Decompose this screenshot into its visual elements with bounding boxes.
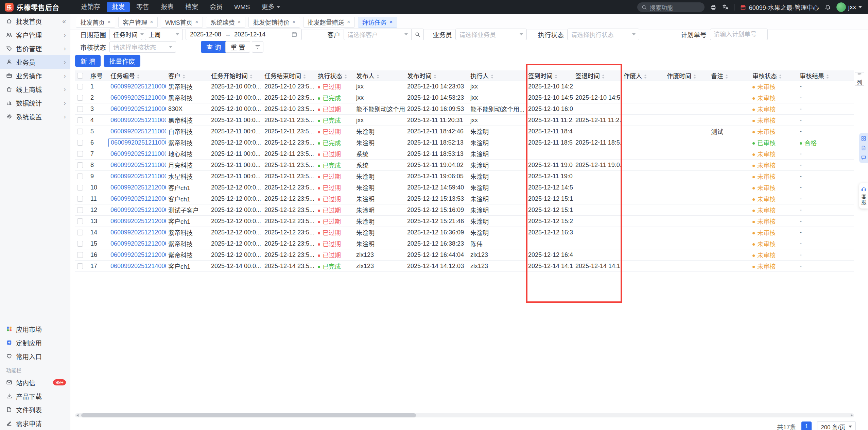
sidebar-function-需求申请[interactable]: 需求申请 [0, 416, 70, 430]
customer-select[interactable]: 请选择客户 [344, 29, 412, 40]
sidebar-item-批发首页[interactable]: 批发首页« [0, 14, 70, 28]
sort-icon[interactable] [303, 75, 306, 79]
row-checkbox[interactable] [77, 241, 83, 247]
task-number-link[interactable]: 06009920251211000... [108, 138, 166, 147]
user-menu[interactable]: jxx [836, 2, 862, 12]
topbar-menu-item[interactable]: 进销存 [76, 2, 105, 12]
close-icon[interactable]: × [107, 19, 111, 25]
row-checkbox[interactable] [77, 140, 83, 146]
row-checkbox[interactable] [77, 173, 83, 179]
topbar-menu-item[interactable]: 零售 [131, 2, 154, 12]
customer-search-button[interactable] [412, 29, 424, 40]
store-selector[interactable]: 60099-水果之最-管理中心 [740, 3, 819, 12]
row-checkbox[interactable] [77, 84, 83, 89]
close-icon[interactable]: × [347, 19, 350, 25]
task-number-link[interactable]: 06009920251212000... [110, 195, 166, 202]
task-number-link[interactable]: 06009920251211000... [110, 117, 166, 123]
task-number-link[interactable]: 06009920251211000... [110, 150, 166, 157]
column-header-签到时间[interactable]: 签到时间 [526, 70, 573, 81]
row-checkbox[interactable] [77, 230, 83, 235]
sort-icon[interactable] [250, 75, 253, 79]
sort-icon[interactable] [137, 75, 140, 79]
sidebar-function-站内信[interactable]: 站内信99+ [0, 376, 70, 389]
select-all-checkbox[interactable] [77, 73, 83, 79]
bell-icon[interactable] [824, 4, 831, 11]
column-header-签退时间[interactable]: 签退时间 [573, 70, 622, 81]
task-number-link[interactable]: 06009920251212000... [110, 251, 166, 258]
column-header-审核状态[interactable]: 审核状态 [750, 70, 798, 81]
column-header-执行状态[interactable]: 执行状态 [316, 70, 354, 81]
row-checkbox[interactable] [77, 162, 83, 168]
tab-批发超量赠送[interactable]: 批发超量赠送× [303, 17, 355, 28]
tab-拜访任务[interactable]: 拜访任务× [358, 17, 397, 28]
column-header-客户[interactable]: 客户 [166, 70, 209, 81]
sidebar-item-业务员[interactable]: 业务员› [0, 55, 70, 69]
column-header-作废时间[interactable]: 作废时间 [665, 70, 709, 81]
task-number-link[interactable]: 06009920251210000... [110, 83, 166, 90]
quick-panel[interactable] [859, 133, 868, 163]
row-checkbox[interactable] [77, 151, 83, 157]
sort-icon[interactable] [644, 75, 647, 79]
sidebar-tool-定制应用[interactable]: 定制应用 [0, 336, 70, 349]
translate-icon[interactable] [722, 4, 729, 11]
sidebar-tool-常用入口[interactable]: 常用入口 [0, 349, 70, 363]
sidebar-function-文件列表[interactable]: 文件列表 [0, 403, 70, 416]
row-checkbox[interactable] [77, 185, 83, 191]
audit-status-select[interactable]: 请选择审核状态 [109, 41, 176, 53]
chat-icon[interactable] [861, 155, 866, 160]
sidebar-item-数据统计[interactable]: 数据统计› [0, 96, 70, 110]
task-number-link[interactable]: 06009920251212000... [110, 218, 166, 225]
row-checkbox[interactable] [77, 117, 83, 123]
doc-icon[interactable] [861, 145, 866, 151]
sidebar-function-产品下载[interactable]: 产品下载 [0, 389, 70, 403]
header-select-all[interactable] [75, 70, 88, 81]
column-header-执行人[interactable]: 执行人 [468, 70, 526, 81]
task-number-link[interactable]: 06009920251214000... [110, 263, 166, 269]
topbar-menu-item[interactable]: WMS [229, 2, 255, 12]
scroll-left-arrow-icon[interactable] [76, 414, 79, 417]
task-number-link[interactable]: 06009920251212000... [110, 206, 166, 213]
sort-icon[interactable] [183, 75, 185, 79]
sidebar-item-线上商城[interactable]: 线上商城› [0, 82, 70, 96]
page-size-select[interactable]: 200 条/页 [817, 421, 856, 430]
scrollbar-thumb[interactable] [81, 413, 416, 417]
topbar-menu-item[interactable]: 更多 [257, 2, 285, 12]
salesman-select[interactable]: 请选择业务员 [455, 29, 527, 40]
sidebar-tool-应用市场[interactable]: 应用市场 [0, 322, 70, 336]
date-type-select[interactable]: 任务时间 [109, 29, 142, 40]
sidebar-item-售价管理[interactable]: 售价管理› [0, 42, 70, 55]
task-number-link[interactable]: 06009920251211000... [110, 162, 166, 168]
task-number-link[interactable]: 06009920251212000... [110, 229, 166, 236]
tab-系统续费[interactable]: 系统续费× [206, 17, 245, 28]
column-header-审核结果[interactable]: 审核结果 [798, 70, 854, 81]
task-number-link[interactable]: 06009920251212000... [110, 240, 166, 247]
column-header-任务结束时间[interactable]: 任务结束时间 [262, 70, 316, 81]
filter-settings-button[interactable] [252, 41, 263, 53]
plan-no-input[interactable] [710, 29, 768, 40]
service-panel[interactable]: 客服 [859, 183, 868, 209]
column-header-发布人[interactable]: 发布人 [354, 70, 405, 81]
query-button[interactable]: 查 询 [201, 41, 226, 53]
task-number-link[interactable]: 06009920251211000... [110, 128, 166, 135]
scroll-right-arrow-icon[interactable] [851, 414, 853, 417]
printer-icon[interactable] [710, 4, 716, 11]
task-number-link[interactable]: 06009920251212000... [110, 184, 166, 191]
column-header-作废人[interactable]: 作废人 [622, 70, 665, 81]
sort-icon[interactable] [344, 75, 347, 79]
row-checkbox[interactable] [77, 196, 83, 202]
end-date-value[interactable]: 2025-12-14 [234, 31, 265, 38]
tab-客户管理[interactable]: 客户管理× [118, 17, 158, 28]
sort-icon[interactable] [725, 75, 728, 79]
close-icon[interactable]: × [195, 19, 198, 25]
reset-button[interactable]: 重 置 [225, 41, 250, 53]
start-date-value[interactable]: 2025-12-08 [190, 31, 221, 38]
exec-status-select[interactable]: 请选择执行状态 [567, 29, 639, 40]
tab-批发促销特价[interactable]: 批发促销特价× [248, 17, 300, 28]
sort-icon[interactable] [555, 75, 557, 79]
tab-批发首页[interactable]: 批发首页× [76, 17, 115, 28]
tab-WMS首页[interactable]: WMS首页× [161, 17, 203, 28]
column-header-任务编号[interactable]: 任务编号 [108, 70, 166, 81]
column-header-任务开始时间[interactable]: 任务开始时间 [209, 70, 262, 81]
page-button-1[interactable]: 1 [801, 421, 812, 430]
global-search-input[interactable]: 搜索功能 [637, 2, 705, 12]
